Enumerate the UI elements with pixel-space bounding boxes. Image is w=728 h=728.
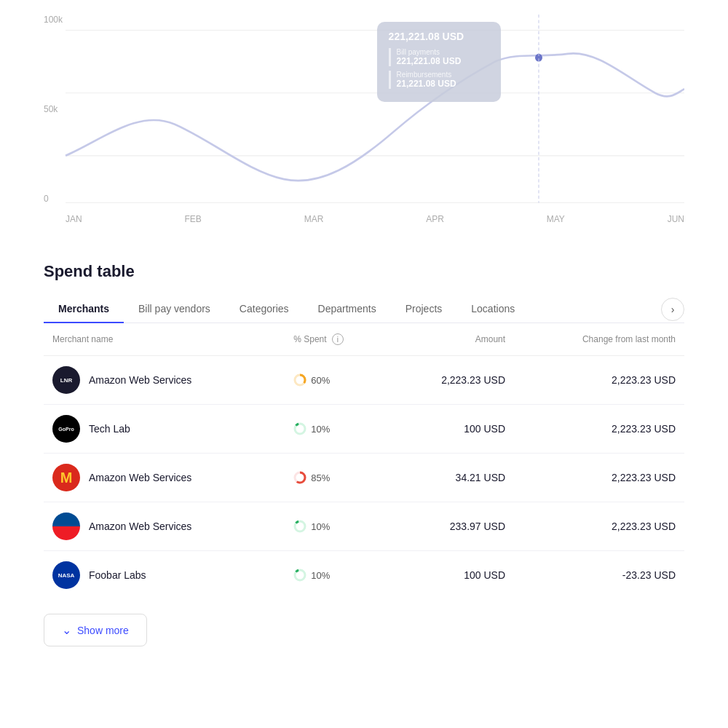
merchant-logo-3 <box>52 513 80 540</box>
amount-cell-4: 100 USD <box>389 551 514 600</box>
x-label-feb: FEB <box>185 214 202 224</box>
tab-categories[interactable]: Categories <box>225 296 304 323</box>
y-label-100k: 100k <box>44 15 63 25</box>
col-merchant-name: Merchant name <box>44 323 285 356</box>
change-cell-2: 2,223.23 USD <box>514 454 684 502</box>
chart-y-labels: 100k 50k 0 <box>44 15 63 204</box>
col-change: Change from last month <box>514 323 684 356</box>
percent-value-2: 85% <box>311 472 330 483</box>
table-row: NASA Foobar Labs 10% 100 USD -23.23 USD <box>44 551 684 600</box>
percent-cell-4: 10% <box>285 551 389 600</box>
tooltip-reimbursements-value: 21,221.08 USD <box>397 79 489 89</box>
show-more-chevron-icon: ⌄ <box>62 623 71 637</box>
change-cell-0: 2,223.23 USD <box>514 356 684 405</box>
merchant-name-3: Amazon Web Services <box>89 521 191 532</box>
table-row: GoPro Tech Lab 10% 100 USD 2,223.23 USD <box>44 405 684 454</box>
tabs-bar: Merchants Bill pay vendors Categories De… <box>44 296 684 323</box>
merchant-name-1: Tech Lab <box>89 423 130 435</box>
merchant-cell-4: NASA Foobar Labs <box>44 551 285 600</box>
merchant-logo-0: LNR <box>52 366 80 394</box>
amount-cell-1: 100 USD <box>389 405 514 454</box>
y-label-50k: 50k <box>44 104 63 114</box>
merchant-cell-0: LNR Amazon Web Services <box>44 356 285 405</box>
y-label-0: 0 <box>44 194 63 204</box>
x-label-mar: MAR <box>304 214 324 224</box>
merchant-cell-3: Amazon Web Services <box>44 502 285 551</box>
percent-cell-2: 85% <box>285 454 389 502</box>
merchant-name-2: Amazon Web Services <box>89 472 191 483</box>
percent-cell-1: 10% <box>285 405 389 454</box>
tab-projects[interactable]: Projects <box>391 296 457 323</box>
merchant-logo-1: GoPro <box>52 415 80 443</box>
tooltip-main-value: 221,221.08 USD <box>389 31 489 42</box>
show-more-button[interactable]: ⌄ Show more <box>44 614 147 646</box>
spend-table-title: Spend table <box>44 262 684 281</box>
tab-departments[interactable]: Departments <box>304 296 391 323</box>
tab-locations[interactable]: Locations <box>456 296 529 323</box>
percent-info-icon[interactable]: i <box>332 333 344 345</box>
col-amount: Amount <box>389 323 514 356</box>
x-label-jun: JUN <box>668 214 684 224</box>
col-percent-spent: % Spent i <box>285 323 389 356</box>
percent-value-4: 10% <box>311 570 330 581</box>
merchant-logo-4: NASA <box>52 561 80 589</box>
percent-value-1: 10% <box>311 424 330 435</box>
tab-bill-pay-vendors[interactable]: Bill pay vendors <box>124 296 225 323</box>
tooltip-reimbursements: Reimbursements 21,221.08 USD <box>389 71 489 89</box>
x-label-jan: JAN <box>66 214 82 224</box>
percent-value-3: 10% <box>311 521 330 532</box>
amount-cell-3: 233.97 USD <box>389 502 514 551</box>
show-more-label: Show more <box>77 625 129 636</box>
merchant-cell-1: GoPro Tech Lab <box>44 405 285 454</box>
x-label-apr: APR <box>426 214 444 224</box>
tabs-next-button[interactable]: › <box>661 298 684 321</box>
percent-cell-3: 10% <box>285 502 389 551</box>
tab-merchants[interactable]: Merchants <box>44 296 124 323</box>
spend-section: Spend table Merchants Bill pay vendors C… <box>44 262 684 646</box>
tooltip-bill-payments-value: 221,221.08 USD <box>397 56 489 66</box>
table-row: LNR Amazon Web Services 60% 2,223.23 USD… <box>44 356 684 405</box>
percent-cell-0: 60% <box>285 356 389 405</box>
tooltip-reimbursements-label: Reimbursements <box>397 71 489 79</box>
x-label-may: MAY <box>547 214 565 224</box>
chart-svg <box>44 15 684 218</box>
spend-table: Merchant name % Spent i Amount Change fr… <box>44 323 684 599</box>
merchant-logo-2: M <box>52 464 80 491</box>
merchant-name-4: Foobar Labs <box>89 569 146 581</box>
merchant-cell-2: M Amazon Web Services <box>44 454 285 502</box>
table-row: M Amazon Web Services 85% 34.21 USD 2,22… <box>44 454 684 502</box>
amount-cell-2: 34.21 USD <box>389 454 514 502</box>
chart-tooltip: 221,221.08 USD Bill payments 221,221.08 … <box>377 22 501 102</box>
merchant-name-0: Amazon Web Services <box>89 374 191 386</box>
table-row: Amazon Web Services 10% 233.97 USD 2,223… <box>44 502 684 551</box>
change-cell-3: 2,223.23 USD <box>514 502 684 551</box>
percent-value-0: 60% <box>311 375 330 386</box>
tooltip-bill-payments: Bill payments 221,221.08 USD <box>389 48 489 66</box>
tooltip-bill-payments-label: Bill payments <box>397 48 489 56</box>
change-cell-1: 2,223.23 USD <box>514 405 684 454</box>
chart-container: 100k 50k 0 221,221.08 USD Bill payments … <box>44 0 684 240</box>
amount-cell-0: 2,223.23 USD <box>389 356 514 405</box>
change-cell-4: -23.23 USD <box>514 551 684 600</box>
